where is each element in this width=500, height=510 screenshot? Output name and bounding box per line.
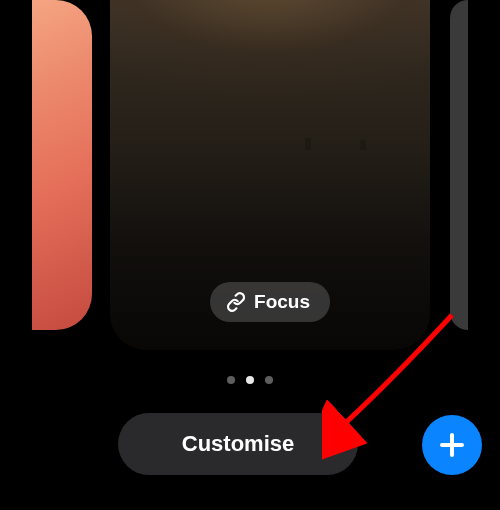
wallpaper-card-next[interactable]	[450, 0, 468, 330]
wallpaper-silhouette	[360, 140, 366, 150]
wallpaper-silhouette	[305, 138, 311, 150]
customise-label: Customise	[182, 431, 294, 457]
bottom-bar: Customise	[0, 405, 500, 485]
page-dot	[227, 376, 235, 384]
page-indicator	[227, 376, 273, 384]
page-dot-active	[246, 376, 254, 384]
wallpaper-card-previous[interactable]	[32, 0, 92, 330]
customise-button[interactable]: Customise	[118, 413, 358, 475]
focus-label: Focus	[254, 291, 310, 313]
wallpaper-card-current[interactable]: Focus	[110, 0, 430, 350]
link-icon	[226, 292, 246, 312]
focus-button[interactable]: Focus	[210, 282, 330, 322]
page-dot	[265, 376, 273, 384]
add-wallpaper-button[interactable]	[422, 415, 482, 475]
wallpaper-horizon	[110, 148, 430, 150]
wallpaper-carousel[interactable]: Focus	[0, 0, 500, 350]
plus-icon	[437, 430, 467, 460]
